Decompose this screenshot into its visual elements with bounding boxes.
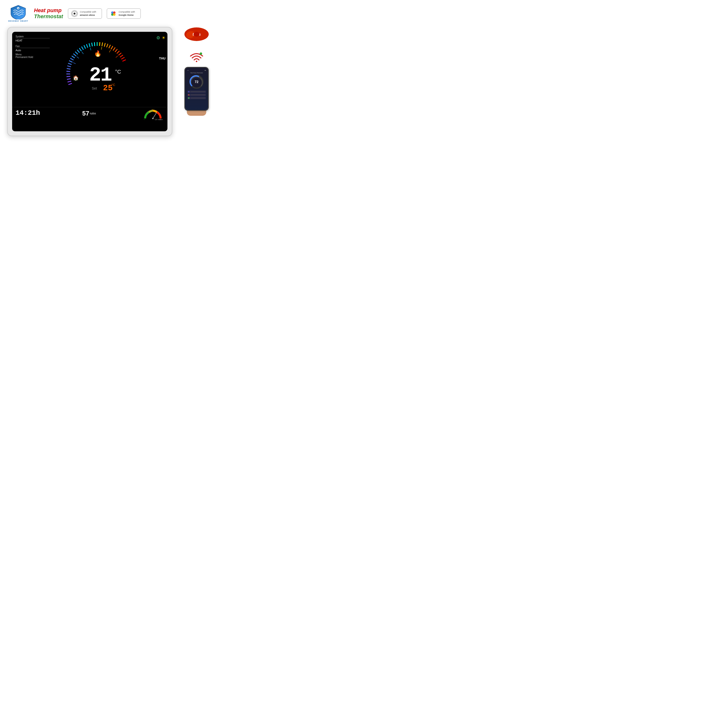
svg-text:L: L [144, 119, 145, 120]
product-title: Heat pump Thermostat [34, 8, 63, 19]
time-display: 14:21h [15, 109, 40, 117]
svg-line-28 [111, 46, 113, 49]
system-label: System [15, 35, 50, 38]
phone-dial: 72 [189, 75, 204, 89]
google-badge-text: Compatible with Google Home [119, 11, 135, 17]
svg-line-17 [84, 45, 86, 49]
svg-line-11 [72, 56, 75, 58]
humidity-section: 57 %RH [64, 107, 113, 117]
svg-point-76 [196, 61, 197, 62]
svg-line-48 [90, 48, 91, 50]
google-icon [110, 10, 117, 17]
header: ❄ HESSWAY SMART Heat pump Thermostat Com… [0, 0, 243, 24]
svg-line-26 [107, 44, 108, 47]
arc-gauge: 🔥 🏠 21 °C Set 25 °C [52, 32, 143, 107]
svg-line-27 [109, 45, 111, 48]
svg-line-47 [82, 52, 83, 54]
uv-section: L M H V E UV index UV index [113, 107, 164, 121]
svg-line-32 [118, 53, 121, 55]
day-display: THU [159, 57, 165, 60]
temp-unit-display: °C [115, 69, 121, 75]
svg-line-49 [101, 47, 102, 50]
svg-line-30 [115, 49, 118, 52]
svg-line-41 [66, 76, 70, 77]
uv-label: UV index [155, 118, 162, 121]
svg-line-45 [73, 63, 76, 64]
phone-status-bar: ●●● ▮▮▮ [186, 70, 207, 72]
hessway-logo-icon: ❄ [10, 5, 27, 20]
phone-ctrl-2 [187, 94, 206, 96]
svg-text:H: H [152, 109, 153, 110]
phone-temp-display: 72 [194, 80, 199, 84]
svg-line-25 [104, 43, 105, 47]
eco-icons: ⚙ ☀ [156, 35, 165, 41]
svg-line-33 [120, 55, 123, 57]
tuya-logo: tuya [182, 27, 211, 46]
product-title-line1: Heat pump [34, 8, 63, 13]
svg-line-35 [122, 60, 126, 61]
alexa-icon [71, 10, 78, 17]
svg-line-52 [153, 113, 156, 118]
mode-display: HEAT [15, 39, 50, 42]
product-title-line2: Thermostat [34, 14, 63, 20]
svg-line-29 [113, 47, 115, 51]
svg-text:V: V [156, 112, 157, 113]
svg-point-8 [113, 13, 116, 16]
svg-line-36 [68, 63, 72, 64]
brand-name: HESSWAY SMART [8, 20, 28, 22]
svg-line-12 [73, 54, 76, 56]
time-section: 14:21h [15, 107, 64, 117]
svg-line-13 [75, 52, 78, 54]
fan-label: Fan [15, 45, 50, 47]
phone-screen: ●●● ▮▮▮ Heat Pump Thermostat 72 [185, 68, 208, 110]
google-home-badge: Compatible with Google Home [107, 9, 141, 19]
fire-icon: 🔥 [94, 50, 102, 57]
svg-point-4 [73, 12, 75, 15]
wifi-section [189, 51, 204, 62]
humidity-value: 57 [82, 110, 89, 117]
svg-line-14 [77, 50, 80, 53]
humidity-unit: %RH [90, 112, 96, 115]
phone-ctrl-3 [187, 97, 206, 99]
svg-point-77 [200, 52, 202, 55]
svg-line-38 [67, 69, 70, 69]
svg-point-75 [194, 32, 199, 37]
svg-line-20 [92, 43, 92, 46]
logo-area: ❄ HESSWAY SMART [7, 5, 29, 22]
phone-gauge-svg: 72 [189, 75, 204, 89]
svg-line-31 [117, 51, 119, 54]
phone-app-title: Heat Pump Thermostat [190, 72, 203, 73]
thermostat-device: System HEAT Fan Auto Menu Permanent Hold [7, 27, 172, 136]
wifi-icon [189, 51, 204, 62]
svg-text:M: M [148, 112, 149, 113]
set-unit-display: °C [112, 83, 115, 87]
svg-line-42 [67, 79, 70, 80]
svg-line-44 [69, 83, 72, 84]
phone-ctrl-1 [187, 90, 206, 93]
svg-line-18 [86, 44, 87, 48]
svg-line-34 [121, 57, 124, 59]
thermostat-screen: System HEAT Fan Auto Menu Permanent Hold [12, 32, 167, 131]
fan-mode-display: Auto [15, 49, 50, 52]
svg-line-16 [81, 47, 84, 50]
svg-line-50 [109, 50, 111, 52]
svg-line-10 [70, 58, 73, 60]
wind-turbine-icon: ⚙ [156, 35, 160, 41]
right-side-panel: tuya ●●● ▮▮▮ [177, 27, 216, 116]
tuya-icon: tuya [182, 27, 211, 46]
svg-line-24 [102, 43, 102, 46]
svg-line-9 [69, 61, 73, 63]
phone-mockup: ●●● ▮▮▮ Heat Pump Thermostat 72 [184, 67, 209, 111]
alexa-badge: Compatible with amazon alexa [68, 9, 102, 19]
svg-line-37 [67, 66, 71, 67]
svg-text:❄: ❄ [17, 8, 19, 10]
svg-line-46 [77, 57, 79, 58]
set-label-display: Set [92, 86, 97, 90]
fan-divider [15, 48, 50, 48]
sun-icon: ☀ [162, 35, 165, 41]
svg-line-19 [89, 43, 90, 47]
left-panel: System HEAT Fan Auto Menu Permanent Hold [12, 32, 52, 107]
svg-line-51 [116, 56, 118, 58]
display-top: System HEAT Fan Auto Menu Permanent Hold [12, 32, 167, 107]
svg-line-23 [99, 42, 100, 46]
